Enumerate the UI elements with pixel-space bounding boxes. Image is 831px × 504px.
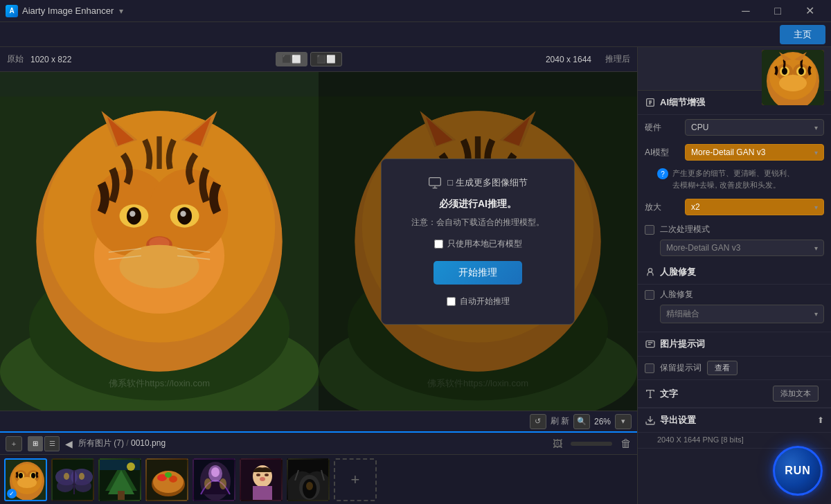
svg-point-85 bbox=[204, 478, 211, 489]
ai-model-label: AI模型 bbox=[645, 147, 679, 159]
svg-point-86 bbox=[220, 478, 226, 489]
dialog-icon-text: □ 生成更多图像细节 bbox=[447, 177, 527, 189]
ai-model-dropdown-arrow: ▾ bbox=[814, 149, 818, 156]
side-by-side-button[interactable]: ⬛⬜ bbox=[310, 52, 342, 66]
filmstrip-grid-view[interactable]: ⊞ bbox=[28, 436, 43, 451]
second-mode-row: 二次处理模式 bbox=[638, 219, 831, 240]
face-section-header: 人脸修复 bbox=[638, 260, 831, 285]
svg-point-64 bbox=[57, 480, 73, 492]
hardware-row: 硬件 CPU ▾ bbox=[638, 115, 831, 140]
prompt-section-header: 图片提示词 bbox=[638, 332, 831, 357]
maximize-button[interactable]: □ bbox=[762, 0, 794, 22]
svg-rect-72 bbox=[118, 491, 125, 501]
close-button[interactable]: ✕ bbox=[794, 0, 825, 22]
scale-label: 放大 bbox=[645, 201, 679, 213]
dialog-overlay: □ 生成更多图像细节 必须进行AI推理。 注意：会自动下载适合的推理模型。 只使… bbox=[319, 72, 637, 411]
zoom-dropdown-button[interactable]: ▾ bbox=[615, 414, 632, 429]
dialog-title: 必须进行AI推理。 bbox=[401, 198, 555, 210]
after-image: □ 生成更多图像细节 必须进行AI推理。 注意：会自动下载适合的推理模型。 只使… bbox=[319, 72, 637, 411]
svg-point-84 bbox=[211, 467, 220, 477]
filmstrip-add-new-button[interactable]: + bbox=[334, 458, 377, 501]
second-mode-checkbox[interactable] bbox=[645, 225, 654, 235]
path-folder: 所有图片 (7) bbox=[78, 438, 124, 448]
path-file: 0010.png bbox=[131, 438, 166, 448]
auto-start-checkbox[interactable] bbox=[447, 297, 456, 306]
add-text-button[interactable]: 添加文本 bbox=[773, 386, 819, 402]
thumbnail-cave[interactable] bbox=[287, 458, 330, 501]
split-view-button[interactable]: ⬛⬜ bbox=[276, 52, 307, 66]
inference-dialog: □ 生成更多图像细节 必须进行AI推理。 注意：会自动下载适合的推理模型。 只使… bbox=[381, 159, 575, 325]
prompt-section-title: 图片提示词 bbox=[660, 338, 824, 350]
filmstrip-thumbnails: ✓ bbox=[0, 455, 637, 504]
face-section-icon bbox=[645, 267, 656, 278]
filmstrip-scrollbar[interactable] bbox=[571, 442, 612, 446]
svg-point-16 bbox=[120, 245, 199, 289]
scale-row: 放大 x2 ▾ bbox=[638, 195, 831, 219]
export-expand-icon[interactable]: ⬆ bbox=[817, 415, 824, 425]
face-section: 人脸修复 人脸修复 精细融合 ▾ bbox=[638, 260, 831, 332]
home-button[interactable]: 主页 bbox=[780, 25, 825, 44]
filmstrip-path: 所有图片 (7) / 0010.png bbox=[78, 438, 547, 449]
thumbnail-tiger[interactable]: ✓ bbox=[4, 458, 47, 501]
keep-prompt-checkbox[interactable] bbox=[645, 363, 654, 373]
svg-point-92 bbox=[265, 474, 269, 476]
thumbnail-forest[interactable] bbox=[98, 458, 141, 501]
refresh-label: 刷 新 bbox=[551, 415, 569, 427]
filmstrip-back-button[interactable]: ◀ bbox=[65, 438, 73, 449]
zoom-level: 26% bbox=[594, 417, 611, 426]
export-section: 导出设置 ⬆ 2040 X 1644 PNG [8 bits] bbox=[638, 408, 831, 449]
text-section-title: 文字 bbox=[660, 388, 769, 400]
scale-dropdown[interactable]: x2 ▾ bbox=[685, 199, 824, 215]
refresh-button[interactable]: ↺ bbox=[530, 414, 546, 429]
thumbnail-food[interactable] bbox=[145, 458, 188, 501]
sub-model-dropdown[interactable]: More-Detail GAN v3 ▾ bbox=[660, 240, 824, 256]
minimize-button[interactable]: ─ bbox=[730, 0, 762, 22]
ai-model-dropdown[interactable]: More-Detail GAN v3 ▾ bbox=[685, 144, 824, 161]
hardware-label: 硬件 bbox=[645, 122, 679, 134]
thumbnail-fantasy[interactable] bbox=[193, 458, 235, 501]
run-button[interactable]: RUN bbox=[773, 446, 823, 496]
right-panel: AI细节增强 硬件 CPU ▾ AI模型 More-Detail GAN v3 … bbox=[637, 47, 831, 504]
monitor-icon bbox=[428, 176, 442, 190]
ai-model-value: More-Detail GAN v3 bbox=[691, 147, 765, 157]
hardware-dropdown[interactable]: CPU ▾ bbox=[685, 119, 824, 136]
image-bottom-controls: ↺ 刷 新 🔍 26% ▾ bbox=[0, 411, 637, 431]
after-label: 推理后 bbox=[605, 53, 630, 65]
svg-point-108 bbox=[798, 68, 804, 75]
before-label: 原始 bbox=[7, 53, 24, 65]
filmstrip-toolbar: + ⊞ ☰ ◀ 所有图片 (7) / 0010.png 🖼 bbox=[0, 433, 637, 455]
keep-prompt-row: 保留提示词 查看 bbox=[638, 357, 831, 379]
text-section-icon bbox=[645, 388, 656, 399]
main-content: 原始 1020 x 822 ⬛⬜ ⬛⬜ 2040 x 1644 推理后 bbox=[0, 47, 831, 504]
image-display-area: 佛系软件https://loxin.com bbox=[0, 72, 637, 411]
keep-prompt-label: 保留提示词 bbox=[660, 362, 702, 374]
thumbnail-girl[interactable] bbox=[240, 458, 283, 501]
local-model-checkbox[interactable] bbox=[434, 240, 443, 249]
scale-dropdown-arrow: ▾ bbox=[814, 204, 818, 211]
thumb-check-tiger: ✓ bbox=[7, 489, 17, 498]
filmstrip-list-view[interactable]: ☰ bbox=[44, 436, 60, 451]
app-logo: A bbox=[6, 5, 18, 17]
svg-point-91 bbox=[256, 474, 260, 476]
start-inference-button[interactable]: 开始推理 bbox=[434, 261, 522, 285]
filmstrip-add-button[interactable]: + bbox=[6, 436, 22, 451]
zoom-out-button[interactable]: 🔍 bbox=[573, 414, 590, 429]
right-panel-bottom: RUN bbox=[638, 449, 831, 504]
ai-section-icon bbox=[645, 97, 656, 108]
svg-point-59 bbox=[31, 473, 35, 478]
local-model-checkbox-row[interactable]: 只使用本地已有模型 bbox=[401, 238, 555, 250]
ai-model-info-text: 产生更多的细节、更清晰、更锐利、去模糊+去噪, 改善皮肤和头发。 bbox=[672, 168, 794, 190]
filmstrip-delete-button[interactable]: 🗑 bbox=[620, 438, 632, 450]
svg-point-93 bbox=[260, 477, 265, 481]
prompt-section-icon bbox=[645, 339, 656, 350]
face-sub-dropdown[interactable]: 精细融合 ▾ bbox=[660, 305, 824, 323]
thumbnail-butterfly[interactable] bbox=[51, 458, 94, 501]
auto-start-checkbox-row[interactable]: 自动开始推理 bbox=[401, 296, 555, 307]
face-repair-checkbox[interactable] bbox=[645, 290, 654, 300]
face-sub-dropdown-arrow: ▾ bbox=[814, 310, 818, 318]
before-resolution: 1020 x 822 bbox=[30, 55, 71, 64]
view-prompt-button[interactable]: 查看 bbox=[707, 361, 738, 375]
scale-value: x2 bbox=[691, 202, 700, 212]
sub-model-dropdown-arrow: ▾ bbox=[814, 244, 818, 252]
title-dropdown-icon[interactable]: ▾ bbox=[119, 6, 123, 16]
